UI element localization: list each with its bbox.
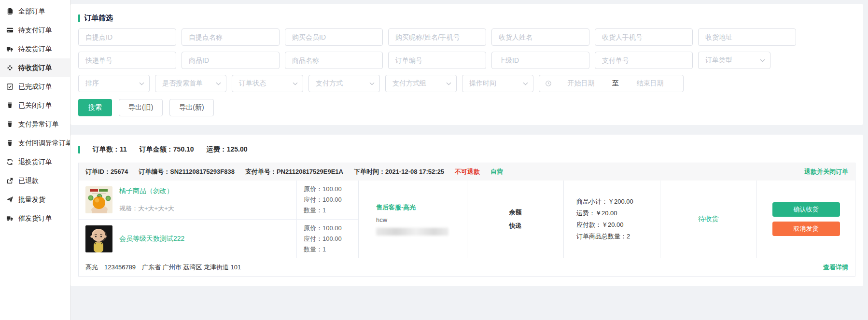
search-button[interactable]: 搜索 (78, 99, 112, 116)
product-id-input[interactable] (182, 52, 280, 69)
summary-freight: 运费：125.00 (207, 145, 248, 154)
sidebar: 全部订单 待支付订单 待发货订单 待收货订单 已完成订单 已关闭订单 支付异常订… (0, 0, 70, 320)
receiver-name-input[interactable] (491, 28, 589, 46)
order-card: 订单ID：25674 订单编号：SN211208175293F838 支付单号：… (78, 163, 855, 277)
sidebar-item-label: 全部订单 (18, 7, 45, 16)
credit-card-icon (6, 27, 14, 34)
product-image-doll[interactable] (85, 225, 112, 252)
sidebar-item-batch-shipment[interactable]: 批量发货 (0, 190, 70, 209)
order-no: 订单编号：SN211208175293F838 (139, 167, 235, 176)
operate-time-select[interactable]: 操作时间 (462, 75, 533, 92)
freight-total: 运费：￥20.00 (576, 209, 617, 218)
filter-row-3: 排序 是否搜索首单 订单状态 支付方式 支付方式组 (78, 75, 855, 92)
non-refundable-tag: 不可退款 (455, 167, 480, 176)
total-goods-quantity: 订单商品总数量：2 (576, 232, 630, 241)
express-no-input[interactable] (78, 52, 176, 69)
orders-panel: 订单数：11 订单金额：750.10 运费：125.00 订单ID：25674 … (70, 135, 863, 286)
payment-method: 余额 (509, 208, 522, 217)
trash-icon (6, 139, 14, 147)
filter-row-2: 订单类型 (78, 52, 855, 69)
goods-subtotal: 商品小计：￥200.00 (576, 197, 633, 206)
filter-title-row: 订单筛选 (78, 14, 855, 23)
sidebar-item-label: 已关闭订单 (18, 101, 52, 110)
parent-id-input[interactable] (491, 52, 589, 69)
summary-order-amount: 订单金额：750.10 (140, 145, 194, 154)
order-status-badge: 待收货 (699, 215, 719, 223)
sidebar-item-pending-receipt[interactable]: 待收货订单 (0, 58, 70, 77)
sidebar-item-label: 已完成订单 (18, 83, 52, 91)
sidebar-item-payment-exception[interactable]: 支付异常订单 (0, 115, 70, 134)
pay-method-select[interactable]: 支付方式 (308, 75, 380, 92)
pickup-point-name-input[interactable] (182, 28, 280, 46)
receiver-address-input[interactable] (698, 28, 796, 46)
receiver-phone-input[interactable] (595, 28, 693, 46)
order-item-row: 橘子商品（勿改） 规格：大+大+大+大 原价：100.00 应付：100.00 … (79, 181, 358, 219)
product-info: 橘子商品（勿改） 规格：大+大+大+大 (119, 185, 296, 214)
select-value: 支付方式组 (392, 79, 426, 88)
redacted-phone-number (376, 228, 448, 236)
sidebar-item-all-orders[interactable]: 全部订单 (0, 2, 70, 21)
view-detail-link[interactable]: 查看详情 (823, 263, 848, 272)
cancel-shipment-button[interactable]: 取消发货 (772, 222, 840, 236)
sidebar-item-return-exchange[interactable]: 退换货订单 (0, 153, 70, 171)
select-value: 是否搜索首单 (162, 79, 203, 88)
share-icon (6, 177, 14, 184)
sort-select[interactable]: 排序 (78, 75, 150, 92)
receiver-address: 广东省 广州市 荔湾区 龙津街道 101 (142, 263, 241, 272)
pay-method-group-select[interactable]: 支付方式组 (385, 75, 457, 92)
sidebar-item-payment-callback-exception[interactable]: 支付回调异常订单 (0, 134, 70, 153)
order-no-input[interactable] (388, 52, 486, 69)
product-payable-price: 应付：100.00 (304, 195, 358, 204)
order-totals-column: 商品小计：￥200.00 运费：￥20.00 应付款：￥20.00 订单商品总数… (564, 181, 660, 258)
after-sales-service-label: 售后客服-高光 (376, 203, 449, 212)
product-payable-price: 应付：100.00 (304, 235, 358, 243)
sidebar-item-closed[interactable]: 已关闭订单 (0, 96, 70, 115)
clock-icon (545, 80, 552, 87)
payment-no-input[interactable] (595, 52, 693, 69)
receiver-phone: 123456789 (104, 264, 136, 271)
order-status-select[interactable]: 订单状态 (232, 75, 303, 92)
amount-payable: 应付款：￥20.00 (576, 221, 624, 229)
summary-accent-bar (78, 146, 80, 153)
order-filter-panel: 订单筛选 订单类型 (70, 4, 863, 125)
refresh-icon (6, 158, 14, 166)
main-content: 订单筛选 订单类型 (70, 0, 868, 320)
select-value: 支付方式 (316, 79, 343, 88)
product-image-orange[interactable] (85, 186, 112, 213)
pickup-point-id-input[interactable] (78, 28, 176, 46)
receiver-contact-name: hcw (376, 216, 449, 223)
select-value: 操作时间 (469, 79, 496, 88)
order-type-select[interactable]: 订单类型 (698, 52, 770, 69)
sidebar-item-pending-shipment[interactable]: 待发货订单 (0, 40, 70, 58)
order-header: 订单ID：25674 订单编号：SN211208175293F838 支付单号：… (79, 163, 855, 181)
sidebar-item-pending-payment[interactable]: 待支付订单 (0, 21, 70, 40)
sidebar-item-refunded[interactable]: 已退款 (0, 171, 70, 190)
filter-title: 订单筛选 (84, 14, 113, 23)
buyer-member-id-input[interactable] (285, 28, 383, 46)
receiver-name: 高光 (85, 263, 98, 272)
order-body: 橘子商品（勿改） 规格：大+大+大+大 原价：100.00 应付：100.00 … (79, 181, 855, 258)
chevron-down-icon (293, 82, 298, 85)
sidebar-item-label: 批量发货 (18, 195, 45, 204)
chevron-down-icon (760, 59, 765, 62)
sidebar-item-completed[interactable]: 已完成订单 (0, 77, 70, 96)
first-order-select[interactable]: 是否搜索首单 (155, 75, 226, 92)
trash-icon (6, 102, 14, 109)
chevron-down-icon (216, 82, 221, 85)
product-name-input[interactable] (285, 52, 383, 69)
confirm-receipt-button[interactable]: 确认收货 (772, 202, 840, 217)
product-name-link[interactable]: 会员等级天数测试222 (119, 235, 296, 243)
export-old-button[interactable]: 导出(旧) (119, 99, 163, 116)
end-date-input[interactable]: 结束日期 (623, 79, 677, 88)
filter-buttons-row: 搜索 导出(旧) 导出(新) (78, 99, 855, 116)
export-new-button[interactable]: 导出(新) (169, 99, 213, 116)
product-original-price: 原价：100.00 (304, 224, 358, 233)
check-square-icon (6, 83, 14, 90)
product-name-link[interactable]: 橘子商品（勿改） (119, 187, 296, 195)
sidebar-item-urge-shipment[interactable]: 催发货订单 (0, 209, 70, 228)
select-value: 订单状态 (239, 79, 266, 88)
start-date-input[interactable]: 开始日期 (554, 79, 608, 88)
date-range-picker[interactable]: 开始日期 至 结束日期 (539, 75, 684, 92)
refund-close-order-link[interactable]: 退款并关闭订单 (804, 167, 848, 176)
buyer-keyword-input[interactable] (388, 28, 486, 46)
